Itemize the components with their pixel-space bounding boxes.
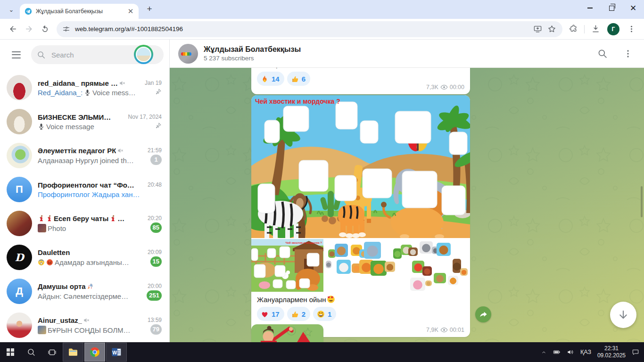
telegram-favicon — [25, 8, 32, 15]
battery-icon[interactable] — [553, 348, 561, 356]
browser-profile-avatar[interactable]: Г — [607, 23, 619, 35]
address-bar[interactable]: web.telegram.org/a/#-1001882504196 — [57, 21, 562, 37]
volume-icon[interactable] — [567, 348, 574, 356]
chat-search-icon[interactable] — [593, 44, 612, 63]
start-button[interactable] — [0, 342, 21, 362]
game-image-title: Чей хвостик и мордочка ? — [255, 98, 340, 105]
animal-tile — [385, 262, 395, 272]
bookmark-star-icon[interactable] — [545, 22, 559, 36]
window-restore-button[interactable] — [601, 0, 622, 16]
chat-item-body: Ainur_ustaz_13:59БҰРЫН СОҢДЫ БОЛМ…79 — [38, 316, 162, 335]
chat-list-item-2[interactable]: БИЗНЕСКЕ ЭЛЬМИ…Nov 17, 2024 Voice messag… — [2, 105, 167, 139]
browser-tab[interactable]: Жұлдызай Болатбекқызы ✕ — [20, 4, 139, 19]
chat-preview: БҰРЫН СОҢДЫ БОЛМ… — [38, 326, 131, 334]
chat-list-sidebar: Search red_aidana_ прямые …Jan 19Red_Aid… — [0, 40, 170, 342]
my-story-avatar[interactable] — [134, 45, 153, 64]
farm-photo[interactable]: Чей хвостик и мордочка ? — [251, 239, 323, 292]
install-app-icon[interactable] — [530, 22, 545, 36]
chat-menu-icon[interactable] — [619, 44, 637, 63]
hidden-icons-chevron[interactable] — [541, 349, 547, 355]
chat-list-item-1[interactable]: red_aidana_ прямые …Jan 19Red_Aidana_: V… — [2, 71, 167, 105]
chat-scrollbar-thumb[interactable] — [641, 186, 643, 217]
views-count: 7,3K — [426, 84, 438, 90]
main-menu-button[interactable] — [7, 45, 25, 64]
album-row: Чей хвостик и мордочка ? — [251, 239, 470, 292]
chat-list-item-5[interactable]: Есеп беру чаты …20:20Photo85 — [2, 206, 167, 240]
animal-tile — [410, 278, 425, 291]
dancer-emoji — [38, 215, 45, 222]
chat-preview: Профоринтолог Жадыра хан… — [38, 190, 140, 198]
clock-time: 22:31 — [597, 345, 626, 352]
window-minimize-button[interactable] — [579, 0, 601, 16]
animal-tiles-photo[interactable] — [324, 239, 470, 292]
animal-tile — [422, 266, 432, 276]
tab-close-icon[interactable]: ✕ — [126, 7, 135, 16]
chat-avatar — [7, 211, 32, 236]
chat-preview: Алданазар Нургул joined th… — [38, 156, 134, 165]
search-icon — [37, 50, 46, 59]
task-view-icon[interactable] — [41, 342, 62, 362]
chat-time: 13:59 — [144, 317, 162, 323]
chat-time: 20:00 — [144, 283, 162, 289]
taskbar-clock[interactable]: 22:31 09.02.2025 — [597, 345, 626, 359]
taskbar-word[interactable] — [106, 343, 127, 362]
reaction-button[interactable]: 14 — [257, 72, 284, 86]
animal-tile — [425, 280, 432, 286]
reload-button[interactable] — [37, 21, 53, 37]
chat-preview: Адамдар азғынданы… — [38, 258, 129, 266]
channel-avatar[interactable] — [178, 44, 198, 64]
chat-list-item-6[interactable]: DDauletten20:09Адамдар азғынданы…15 — [2, 240, 167, 274]
taskbar-search-icon[interactable] — [21, 342, 41, 362]
chat-list-item-4[interactable]: ППрофориентолог чат “Фо…20:48Профоринтол… — [2, 173, 167, 206]
scroll-to-bottom-button[interactable] — [610, 302, 636, 328]
chat-time: 21:59 — [144, 147, 162, 154]
keyboard-language[interactable]: ҚАЗ — [580, 349, 591, 355]
back-button[interactable] — [5, 21, 21, 37]
reaction-button[interactable]: 1 — [313, 307, 336, 321]
chat-list-item-7[interactable]: ДДамушы орта 20:00Айдын: Сәлеметсіздерме… — [2, 274, 167, 308]
message-bubble-1[interactable]: Көлеңкесін тап 146 7,3K 00:00 — [251, 68, 470, 94]
extensions-icon[interactable] — [565, 21, 581, 37]
share-forward-button[interactable] — [475, 306, 491, 322]
new-tab-button[interactable]: + — [143, 3, 156, 15]
site-info-icon[interactable] — [62, 25, 70, 33]
message-bubble-3-partial[interactable] — [251, 324, 323, 342]
message-bubble-2[interactable]: Чей хвостик и мордочка ? — [251, 95, 470, 337]
chat-time: 20:20 — [144, 215, 162, 222]
tab-search-chevron-icon[interactable]: ⌄ — [5, 3, 18, 16]
forward-button[interactable] — [21, 21, 37, 37]
chat-avatar — [7, 109, 32, 134]
game-photo[interactable]: Чей хвостик и мордочка ? — [251, 95, 470, 238]
chat-header[interactable]: Жұлдызай Болатбекқызы 5 237 subscribers — [170, 40, 644, 68]
taskbar-file-explorer[interactable] — [63, 343, 83, 362]
chat-panel: Жұлдызай Болатбекқызы 5 237 subscribers — [170, 40, 644, 342]
views-eye-icon — [440, 83, 448, 91]
message-area: Көлеңкесін тап 146 7,3K 00:00 — [170, 68, 644, 342]
window-close-button[interactable]: ✕ — [622, 0, 644, 16]
grin-reaction-icon — [317, 310, 325, 318]
chat-preview: Айдын: Сәлеметсіздерме… — [38, 292, 128, 300]
reaction-button[interactable]: 17 — [257, 307, 284, 321]
browser-menu-icon[interactable] — [623, 21, 639, 37]
animal-tile — [437, 243, 451, 256]
url-text: web.telegram.org/a/#-1001882504196 — [75, 25, 530, 33]
reaction-button[interactable]: 2 — [287, 307, 310, 321]
reactions-row: 1721 — [257, 307, 464, 321]
chat-item-body: red_aidana_ прямые …Jan 19Red_Aidana_: V… — [38, 79, 162, 97]
chat-preview: Photo — [38, 224, 66, 232]
reaction-button[interactable]: 6 — [287, 72, 310, 86]
message-meta: 7,9K 00:01 — [426, 326, 464, 334]
next-photo-partial — [251, 324, 323, 342]
chat-name: red_aidana_ прямые … — [38, 79, 126, 87]
chat-list-item-8[interactable]: Ainur_ustaz_13:59БҰРЫН СОҢДЫ БОЛМ…79 — [2, 308, 167, 342]
animal-tile — [326, 261, 331, 268]
heart-reaction-icon — [261, 310, 269, 318]
taskbar-chrome[interactable] — [84, 343, 105, 362]
animal-tile — [337, 260, 351, 274]
shock-emoji — [38, 259, 45, 266]
action-center-icon[interactable] — [632, 348, 639, 356]
chat-name: Ainur_ustaz_ — [38, 316, 90, 324]
search-placeholder: Search — [51, 51, 74, 59]
chat-list-item-3[interactable]: Әлеуметтік педагог РК21:59Алданазар Нург… — [2, 139, 167, 173]
downloads-icon[interactable] — [587, 21, 603, 37]
